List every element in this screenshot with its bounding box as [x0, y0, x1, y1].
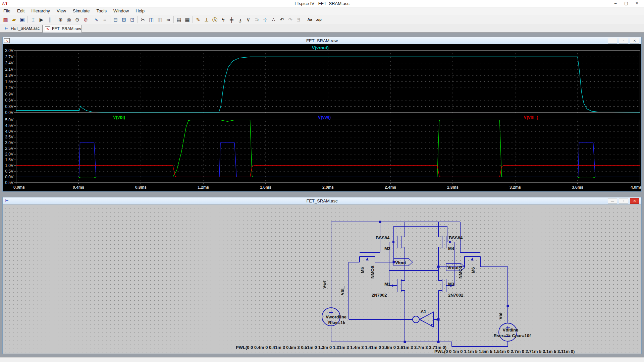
paste-button[interactable]: ▥	[156, 15, 164, 23]
schematic-text[interactable]: PWL(0 0 0.4m 0 0.41m 3 0.5m 3 0.51m 0 1.…	[236, 345, 446, 350]
diode-button[interactable]: ⊽	[244, 15, 253, 23]
cut-button[interactable]: ✂	[139, 15, 147, 23]
save-button[interactable]: ▣	[18, 15, 26, 23]
schematic-text[interactable]: 2N7002	[448, 293, 464, 298]
inverter-input-square[interactable]	[432, 324, 434, 326]
menu-window[interactable]: Window	[110, 7, 132, 15]
zoom-area-button[interactable]: ◎	[65, 15, 73, 23]
text-button[interactable]: Aa	[305, 15, 314, 23]
waveform-window-minimize-button[interactable]: —	[608, 38, 617, 44]
zoom-in-button[interactable]: ⊕	[56, 15, 65, 23]
schematic-text[interactable]: BSS84	[376, 235, 390, 240]
component-button[interactable]: ⊃	[253, 15, 261, 23]
waveform-window-close-button[interactable]: ✕	[630, 38, 639, 44]
menu-simulate[interactable]: Simulate	[69, 7, 93, 15]
wire-junction	[379, 221, 381, 223]
menu-edit[interactable]: Edit	[14, 7, 28, 15]
zoom-full-extents-button[interactable]: ⊘	[82, 15, 90, 23]
tile-horizontal-button[interactable]: ⊟	[111, 15, 120, 23]
inverter-triangle[interactable]	[420, 312, 433, 327]
resistor-button[interactable]: ϟ	[219, 15, 227, 23]
menu-view[interactable]: View	[53, 7, 69, 15]
component-body[interactable]	[413, 316, 419, 323]
trace-V(vbl)[interactable]	[16, 120, 640, 178]
capacitor-button[interactable]: ╪	[227, 15, 236, 23]
x-axis-tick-label: 0.0ms	[13, 185, 25, 190]
waveform-pane-button[interactable]: ∿	[92, 15, 101, 23]
trace-label-V(vwl)[interactable]: V(vwl)	[318, 115, 331, 120]
schematic-text[interactable]: 2N7002	[372, 293, 387, 298]
wire-pencil-button[interactable]: ✎	[194, 15, 202, 23]
schematic-text[interactable]: NMOS	[458, 265, 463, 279]
schematic-text[interactable]: M2	[384, 246, 390, 251]
schematic-text[interactable]: M3	[448, 282, 454, 287]
main-minimize-button[interactable]: –	[610, 0, 621, 7]
print-button[interactable]: ▦	[183, 15, 192, 23]
halt-button[interactable]: ∥	[46, 15, 54, 23]
trace-label-V(vbl)[interactable]: V(vbl)	[113, 115, 125, 120]
wire-junction	[437, 318, 440, 321]
schematic-window-minimize-button[interactable]: —	[608, 198, 617, 204]
schematic-text[interactable]: M5	[360, 267, 365, 273]
schematic-text[interactable]: NMOS	[370, 265, 375, 279]
waveform-window-restore-button[interactable]: ▫	[619, 38, 628, 44]
schematic-window-close-button[interactable]: ✕	[630, 198, 639, 204]
find-button[interactable]: ∞	[164, 15, 172, 23]
tab-fet_sram.asc[interactable]: ⊢FET_SRAM.asc	[1, 25, 42, 33]
menu-help[interactable]: Help	[132, 7, 148, 15]
schematic-text[interactable]: Vbl_	[340, 286, 345, 295]
y-axis-tick-label: 1.5V	[5, 158, 13, 162]
move-button[interactable]: ⊹	[261, 15, 269, 23]
trace-V(vrout)[interactable]	[16, 57, 640, 112]
schematic-text[interactable]: PWL(0 0 1m 0 1.1m 5 1.5m 5 1.51m 0 2.7m …	[434, 349, 575, 354]
spice-directive-button[interactable]: .op	[314, 15, 323, 23]
drag-button[interactable]: ∴	[269, 15, 278, 23]
tab-fet_sram.raw[interactable]: ∿FET_SRAM.raw	[42, 25, 82, 33]
schematic-text[interactable]: Rser=1k Cpar=10f	[494, 333, 531, 338]
status-bar	[0, 357, 644, 362]
trace-label-V(vbl_)[interactable]: V(vbl_)	[524, 115, 538, 120]
inductor-button[interactable]: ʒ	[236, 15, 244, 23]
redo-button[interactable]: ↷	[286, 15, 294, 23]
main-maximize-button[interactable]: ▢	[621, 0, 631, 7]
menu-hierarchy[interactable]: Hierarchy	[28, 7, 53, 15]
waveform-plot-area[interactable]: 3.0V2.7V2.4V2.1V1.8V1.5V1.2V0.9V0.6V0.3V…	[3, 44, 641, 191]
x-axis-tick-label: 3.2ms	[509, 185, 521, 190]
schematic-text[interactable]: M1	[384, 282, 390, 287]
main-close-button[interactable]: ✕	[632, 0, 642, 7]
waveform-plot-svg[interactable]: 3.0V2.7V2.4V2.1V1.8V1.5V1.2V0.9V0.6V0.3V…	[3, 44, 641, 191]
schematic-text[interactable]: Rser=1k	[328, 320, 346, 325]
schematic-text[interactable]: Vwl	[322, 281, 327, 289]
print-setup-button[interactable]: ▤	[175, 15, 183, 23]
control-panel-button[interactable]: ⌶	[29, 15, 37, 23]
ground-button[interactable]: ⊥	[202, 15, 211, 23]
edit-sim-cmd-button[interactable]: Ǝ	[294, 15, 303, 23]
tile-vertical-button[interactable]: ⊞	[120, 15, 128, 23]
schematic-text[interactable]: Vbl	[498, 313, 503, 319]
cascade-button[interactable]: ⊡	[128, 15, 137, 23]
menu-tools[interactable]: Tools	[93, 7, 110, 15]
menu-file[interactable]: File	[0, 7, 14, 15]
net-label-button[interactable]: Ⓐ	[211, 15, 219, 23]
schematic-svg[interactable]: VloutVroutBSS84M2BSS84M4M12N7002M32N7002…	[3, 204, 641, 354]
waveform-window-title-bar[interactable]: ∿ FET_SRAM.raw —▫✕	[3, 37, 641, 44]
schematic-text[interactable]: Vbitline	[503, 327, 519, 333]
new-schematic-button[interactable]: ▧	[1, 15, 10, 23]
schematic-window-restore-button[interactable]: ▫	[619, 198, 628, 204]
trace-label-V(vrout)[interactable]: V(vrout)	[312, 45, 329, 50]
schematic-text[interactable]: BSS84	[449, 235, 463, 240]
run-button[interactable]: ▶	[37, 15, 46, 23]
schematic-text[interactable]: Vwordline	[326, 314, 346, 319]
copy-button[interactable]: ◫	[147, 15, 156, 23]
zoom-out-button[interactable]: ⊖	[73, 15, 82, 23]
toolbar-separator	[28, 16, 28, 23]
open-button[interactable]: ▰	[10, 15, 18, 23]
schematic-canvas[interactable]: VloutVroutBSS84M2BSS84M4M12N7002M32N7002…	[3, 204, 641, 354]
schematic-text[interactable]: A1	[421, 309, 426, 314]
wire-junction	[437, 341, 440, 343]
schematic-text[interactable]: M6	[471, 267, 476, 273]
schematic-window-title-bar[interactable]: ⊢ FET_SRAM.asc —▫✕	[3, 197, 641, 204]
schematic-text[interactable]: M4	[448, 246, 454, 251]
undo-button[interactable]: ↶	[278, 15, 286, 23]
spice-netlist-button[interactable]: ≡	[101, 15, 109, 23]
